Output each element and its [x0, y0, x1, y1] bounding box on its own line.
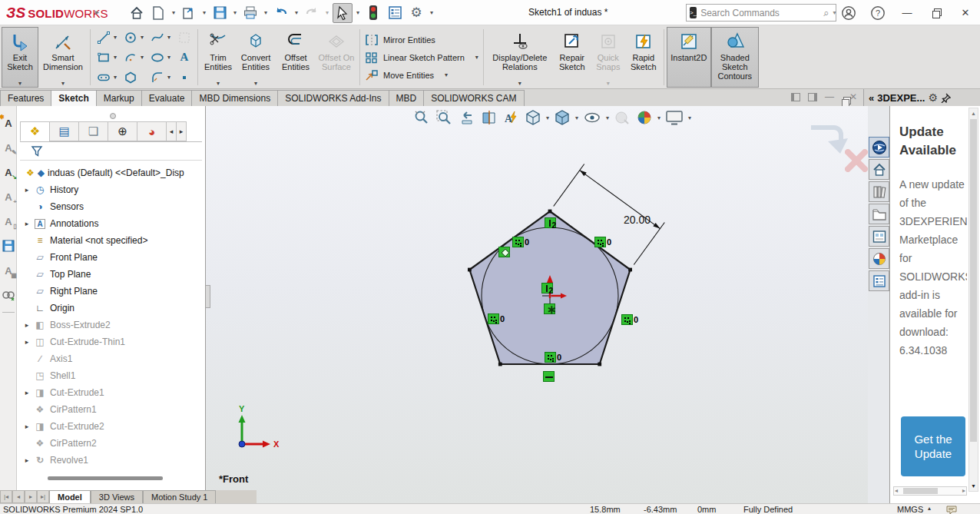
rectangle-tool-icon[interactable] — [94, 49, 113, 66]
document-tab[interactable]: 3D Views — [91, 490, 143, 503]
new-document-icon[interactable] — [148, 3, 168, 23]
command-tab[interactable]: Evaluate — [141, 90, 193, 106]
save-icon[interactable] — [210, 3, 230, 23]
pin-icon[interactable] — [941, 93, 951, 103]
tab-propertymanager[interactable]: ▤ — [49, 121, 79, 141]
polygon-tool-icon[interactable] — [121, 69, 140, 86]
undo-dropdown[interactable]: ▾ — [293, 9, 300, 16]
sketch-relation-badge-dots[interactable]: 0 — [594, 237, 606, 247]
slot-dropdown[interactable]: ▾ — [114, 74, 121, 81]
note-export-icon[interactable]: A↘ — [1, 164, 16, 180]
point-tool-icon[interactable] — [175, 69, 194, 86]
custom-properties-icon[interactable] — [869, 270, 889, 291]
undo-icon[interactable] — [271, 3, 291, 23]
task-pane-vertical-scrollbar[interactable]: ▴ ▾ — [968, 108, 978, 492]
tree-item[interactable]: CirPattern2 — [20, 435, 202, 452]
scroll-right-icon[interactable]: ▸ — [962, 487, 965, 494]
command-tab[interactable]: Features — [0, 90, 51, 106]
fillet-dropdown[interactable]: ▾ — [167, 74, 174, 81]
sketch-relation-badge-horizontal[interactable] — [543, 371, 555, 382]
repair-sketch-button[interactable]: Repair Sketch — [554, 27, 591, 88]
view-palette-icon[interactable] — [869, 226, 889, 247]
restore-icon[interactable] — [922, 0, 951, 25]
scroll-down-icon[interactable]: ▾ — [969, 482, 978, 489]
sketch-relation-badge-diamond[interactable] — [498, 247, 510, 257]
tab-displaymanager[interactable]: ◕ — [137, 121, 167, 141]
line-dropdown[interactable]: ▾ — [114, 34, 121, 41]
tab-dimxpertmanager[interactable]: ⊕ — [108, 121, 137, 141]
expand-arrow-icon[interactable] — [20, 321, 34, 329]
sketch-relation-badge-dots[interactable]: 0 — [621, 314, 633, 325]
tree-item[interactable]: Axis1 — [20, 350, 202, 367]
sketch-relation-badge-dots[interactable]: 0 — [488, 313, 499, 324]
display-delete-dropdown[interactable]: ▾ — [518, 79, 521, 87]
command-tab[interactable]: MBD Dimensions — [191, 90, 278, 106]
tab-nav-prev-icon[interactable]: ◂ — [12, 490, 25, 503]
design-library-icon[interactable] — [869, 181, 889, 202]
zoom-fit-icon[interactable] — [412, 108, 432, 127]
rectangle-dropdown[interactable]: ▾ — [114, 54, 121, 61]
ellipse-dropdown[interactable]: ▾ — [167, 54, 174, 61]
menu-flyout-arrow[interactable]: ▸ — [95, 8, 99, 16]
command-tab[interactable]: Sketch — [51, 90, 96, 106]
note-new-icon[interactable]: A✱ — [1, 115, 16, 131]
print-dropdown[interactable]: ▾ — [262, 9, 270, 16]
hide-show-icon[interactable] — [581, 108, 603, 127]
tree-item[interactable]: Annotations — [20, 215, 202, 232]
select-cursor-icon[interactable] — [333, 3, 353, 23]
trim-entities-button[interactable]: Trim Entities ▾ — [200, 27, 236, 88]
save-table-icon[interactable] — [1, 238, 16, 254]
collapse-chevrons-icon[interactable]: « — [869, 92, 874, 104]
tree-item[interactable]: Revolve1 — [20, 452, 202, 469]
display-style-dropdown[interactable]: ▾ — [575, 114, 578, 121]
tree-item[interactable]: Top Plane — [20, 266, 202, 283]
tree-root-item[interactable]: ❖ ◆ induas (Default) <<Default>_Disp — [20, 164, 202, 181]
display-delete-relations-button[interactable]: Display/Delete Relations ▾ — [486, 27, 554, 88]
search-input[interactable] — [700, 8, 819, 18]
move-entities-dropdown[interactable]: ▾ — [445, 71, 448, 78]
tab-nav-next-icon[interactable]: ▸ — [25, 490, 37, 503]
smart-dimension-dropdown[interactable]: ▾ — [61, 79, 65, 87]
tree-filter-row[interactable] — [20, 142, 202, 161]
user-icon[interactable] — [834, 0, 863, 25]
print-icon[interactable] — [240, 3, 260, 23]
circle-tool-icon[interactable] — [121, 29, 140, 46]
exit-sketch-dropdown[interactable]: ▾ — [18, 79, 22, 87]
linear-pattern-button[interactable]: Linear Sketch Pattern ▾ — [365, 50, 478, 65]
units-selector[interactable]: MMGS — [897, 505, 923, 514]
appearances-icon[interactable] — [869, 248, 889, 269]
hide-show-dropdown[interactable]: ▾ — [606, 114, 609, 121]
3dexperience-globe-icon[interactable] — [869, 137, 889, 158]
slot-tool-icon[interactable] — [94, 69, 113, 86]
document-tab[interactable]: Model — [49, 490, 91, 503]
tree-item[interactable]: Material <not specified> — [20, 232, 202, 249]
save-dropdown[interactable]: ▾ — [231, 9, 239, 16]
minimize-icon[interactable]: — — [892, 0, 922, 25]
command-tab[interactable]: MBD — [389, 90, 425, 106]
command-tab[interactable]: SOLIDWORKS Add-Ins — [277, 90, 389, 106]
view-settings-icon[interactable] — [664, 108, 685, 127]
tab-nav-first-icon[interactable]: |◂ — [0, 490, 12, 503]
scroll-up-icon[interactable]: ▴ — [969, 110, 978, 117]
panel-splitter-handle[interactable] — [110, 113, 116, 119]
view-orientation-icon[interactable] — [523, 108, 543, 127]
command-tab[interactable]: SOLIDWORKS CAM — [423, 90, 524, 106]
spline-tool-icon[interactable] — [148, 29, 167, 46]
graphics-viewport[interactable]: 20.00 — [206, 106, 868, 503]
pane-left-icon[interactable] — [791, 93, 800, 101]
home-icon[interactable] — [127, 3, 147, 23]
new-document-dropdown[interactable]: ▾ — [170, 9, 177, 16]
get-update-button[interactable]: Get the Update — [901, 416, 965, 476]
search-icon[interactable]: ⌕ — [823, 7, 829, 19]
document-tab[interactable]: Motion Study 1 — [143, 490, 216, 503]
expand-arrow-icon[interactable] — [20, 423, 34, 430]
rapid-sketch-button[interactable]: Rapid Sketch — [626, 27, 661, 88]
previous-view-icon[interactable] — [456, 108, 476, 127]
properties-icon[interactable] — [385, 3, 405, 23]
expand-arrow-icon[interactable] — [20, 338, 34, 346]
note-icon[interactable] — [946, 504, 957, 514]
sketch-visibility-icon[interactable]: A — [501, 108, 521, 127]
sketch-relation-badge-vertical[interactable]: 2 — [545, 217, 556, 228]
move-entities-button[interactable]: Move Entities ▾ — [365, 68, 478, 83]
close-icon[interactable]: ✕ — [951, 0, 980, 25]
